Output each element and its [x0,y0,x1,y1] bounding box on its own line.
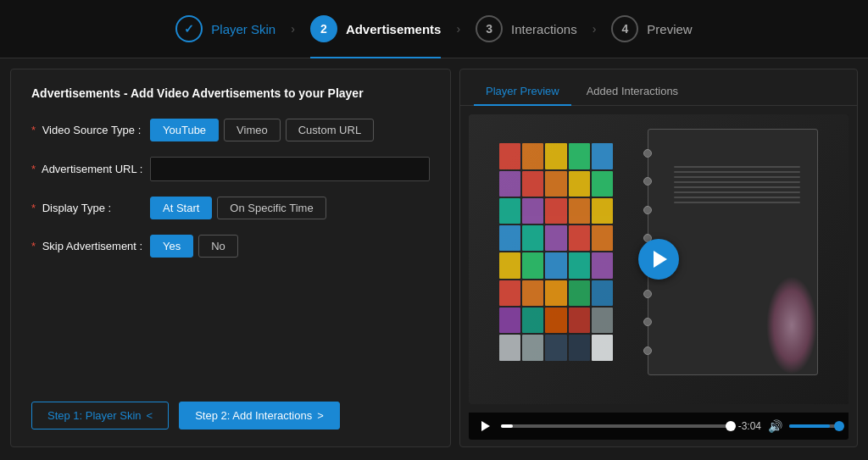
step-player-skin[interactable]: ✓ Player Skin [175,15,275,42]
custom-url-option[interactable]: Custom URL [286,119,374,141]
video-source-row: * Video Source Type : YouTube Vimeo Cust… [31,119,430,141]
video-container [469,114,849,404]
progress-dot [726,421,736,431]
video-source-options: YouTube Vimeo Custom URL [150,119,374,141]
step-preview[interactable]: 4 Preview [611,15,692,42]
volume-fill [789,424,830,428]
ad-url-input[interactable] [150,157,430,181]
step4-label: Preview [647,22,692,36]
step2-label: Advertisements [346,22,442,36]
step-interactions[interactable]: 3 Interactions [476,15,577,42]
progress-bar[interactable] [501,424,732,428]
skip-no-option[interactable]: No [198,235,238,258]
step2-nav-arrow: > [317,409,324,422]
step3-circle: 3 [476,15,503,42]
step-arrow-2: › [456,22,460,36]
skip-ad-options: Yes No [150,235,238,258]
required-star-4: * [31,240,36,252]
step-arrow-3: › [593,22,597,36]
ctrl-play-icon [481,421,490,431]
volume-dot [834,421,844,431]
video-thumbnail [469,114,849,404]
tab-added-interactions[interactable]: Added Interactions [575,78,690,106]
bottom-nav: Step 1: Player Skin < Step 2: Add Intera… [31,402,430,430]
step3-label: Interactions [511,22,577,36]
right-panel: Player Preview Added Interactions [459,69,858,447]
display-type-row: * Display Type : At Start On Specific Ti… [31,197,430,219]
required-star-1: * [31,124,36,136]
play-icon [654,251,667,268]
volume-bar[interactable] [789,424,840,428]
vimeo-option[interactable]: Vimeo [224,119,281,141]
display-type-label: * Display Type : [31,202,150,214]
step-arrow-1: › [291,22,295,36]
skip-yes-option[interactable]: Yes [150,235,193,258]
at-start-option[interactable]: At Start [150,197,212,219]
step2-nav-label: Step 2: Add Interactions [195,409,312,422]
time-display: -3:04 [738,420,761,432]
ctrl-play-button[interactable] [477,418,494,435]
step1-nav-arrow: < [147,409,153,422]
step2-nav-button[interactable]: Step 2: Add Interactions > [179,402,340,430]
youtube-option[interactable]: YouTube [150,119,219,141]
ad-url-row: * Advertisement URL : [31,157,430,181]
left-panel: Advertisements - Add Video Advertisement… [10,69,451,447]
step2-circle: 2 [310,15,337,42]
step4-circle: 4 [611,15,638,42]
step1-nav-label: Step 1: Player Skin [47,409,142,422]
video-controls: -3:04 🔊 [469,413,849,440]
color-grid [499,143,613,361]
skip-ad-row: * Skip Advertisement : Yes No [31,235,430,258]
progress-fill [501,424,513,428]
required-star-2: * [31,163,36,175]
step1-nav-button[interactable]: Step 1: Player Skin < [31,402,169,430]
step1-circle: ✓ [175,15,203,42]
right-tabs: Player Preview Added Interactions [460,69,857,106]
flower-decoration [766,276,817,374]
required-star-3: * [31,202,36,214]
volume-icon-wrap[interactable]: 🔊 [768,419,782,433]
tab-player-preview[interactable]: Player Preview [474,78,571,106]
play-button[interactable] [638,239,679,280]
display-type-options: At Start On Specific Time [150,197,326,219]
step-advertisements[interactable]: 2 Advertisements [310,15,442,42]
step1-label: Player Skin [211,22,275,36]
ad-url-label: * Advertisement URL : [31,163,150,175]
volume-icon: 🔊 [768,419,782,433]
skip-ad-label: * Skip Advertisement : [31,240,150,252]
on-specific-time-option[interactable]: On Specific Time [217,197,326,219]
stepper: ✓ Player Skin › 2 Advertisements › 3 Int… [0,0,868,58]
panel-title: Advertisements - Add Video Advertisement… [31,86,430,100]
video-source-label: * Video Source Type : [31,124,150,136]
main-content: Advertisements - Add Video Advertisement… [0,58,868,457]
